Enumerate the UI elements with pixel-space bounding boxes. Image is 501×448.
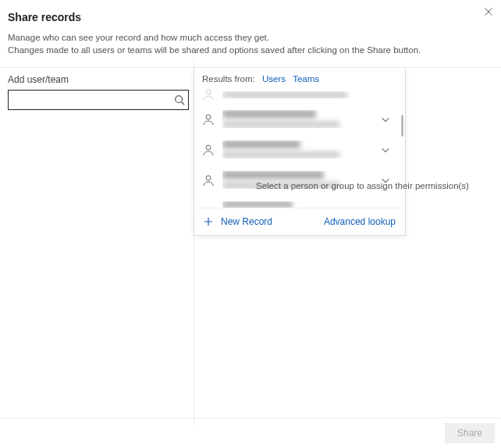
chevron-down-icon[interactable] (380, 114, 391, 125)
result-text (222, 140, 372, 158)
result-text (222, 110, 372, 128)
person-icon (202, 113, 215, 126)
person-icon (202, 144, 215, 156)
close-icon (484, 7, 493, 16)
dialog-subtitle-2: Changes made to all users or teams will … (8, 44, 493, 56)
chevron-down-icon[interactable] (380, 144, 391, 155)
lookup-result-row[interactable] (194, 195, 400, 208)
dialog-footer: Share (0, 418, 501, 448)
lookup-result-row[interactable] (194, 165, 400, 195)
svg-point-4 (206, 145, 211, 150)
new-record-button[interactable]: New Record (204, 216, 272, 227)
svg-point-2 (206, 90, 211, 94)
result-text (222, 201, 391, 208)
dropdown-header: Results from: Users Teams (194, 68, 405, 88)
helper-text: Select a person or group to assign their… (256, 181, 469, 190)
person-icon (202, 174, 215, 187)
close-button[interactable] (484, 6, 493, 19)
lookup-result-row[interactable] (194, 104, 400, 134)
result-text (222, 91, 391, 98)
dialog-subtitle-1: Manage who can see your record and how m… (8, 31, 493, 44)
lookup-dropdown: Results from: Users Teams (194, 68, 406, 236)
dialog-header: Share records Manage who can see your re… (0, 0, 501, 62)
tab-teams[interactable]: Teams (293, 74, 319, 84)
results-from-label: Results from: (202, 74, 255, 84)
new-record-label: New Record (221, 216, 272, 227)
add-user-label: Add user/team (8, 74, 194, 85)
person-icon (202, 88, 215, 101)
lookup-result-row[interactable] (194, 134, 400, 165)
share-button[interactable]: Share (445, 423, 495, 443)
svg-point-5 (206, 176, 211, 180)
add-user-input[interactable] (8, 90, 189, 110)
tab-users[interactable]: Users (262, 74, 286, 84)
plus-icon (204, 217, 213, 226)
search-wrap (8, 90, 189, 110)
dialog-title: Share records (8, 11, 493, 23)
lookup-result-row[interactable] (194, 88, 400, 104)
advanced-lookup-link[interactable]: Advanced lookup (324, 216, 396, 227)
svg-point-3 (206, 115, 211, 119)
scrollbar-thumb[interactable] (401, 115, 403, 137)
